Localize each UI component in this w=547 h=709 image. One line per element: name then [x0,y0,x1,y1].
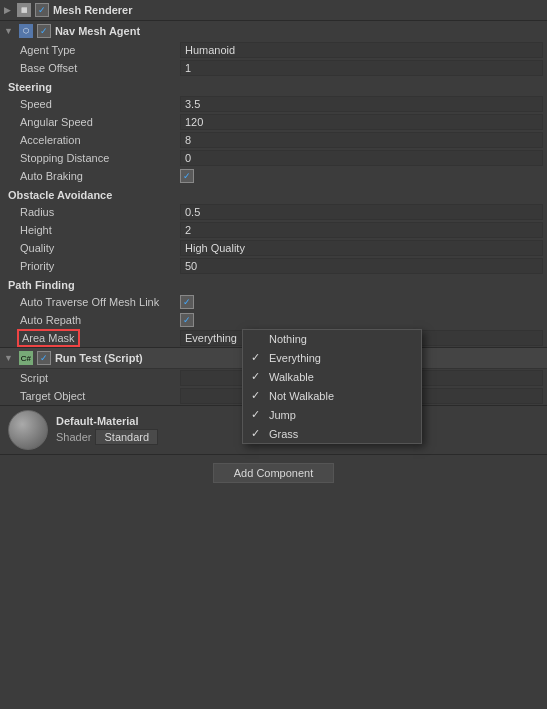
dropdown-item-jump[interactable]: Jump [243,405,421,424]
run-test-script-icon: C# [19,351,33,365]
auto-traverse-row: Auto Traverse Off Mesh Link [0,293,547,311]
auto-repath-checkbox[interactable] [180,313,194,327]
speed-value[interactable]: 3.5 [180,96,543,112]
mesh-renderer-icon: ▦ [17,3,31,17]
height-row: Height 2 [0,221,547,239]
height-label: Height [20,224,180,236]
walkable-checkmark [251,370,263,383]
dropdown-item-everything[interactable]: Everything [243,348,421,367]
base-offset-value[interactable]: 1 [180,60,543,76]
priority-value[interactable]: 50 [180,258,543,274]
priority-row: Priority 50 [0,257,547,275]
agent-type-row: Agent Type Humanoid [0,41,547,59]
everything-checkmark [251,351,263,364]
radius-label: Radius [20,206,180,218]
height-value[interactable]: 2 [180,222,543,238]
dropdown-item-grass[interactable]: Grass [243,424,421,443]
nav-mesh-agent-icon: ⬡ [19,24,33,38]
mesh-renderer-checkbox[interactable] [35,3,49,17]
area-mask-dropdown-menu: Nothing Everything Walkable Not Walkable… [242,329,422,444]
base-offset-row: Base Offset 1 [0,59,547,77]
mesh-renderer-title: Mesh Renderer [53,4,132,16]
radius-value[interactable]: 0.5 [180,204,543,220]
angular-speed-value[interactable]: 120 [180,114,543,130]
auto-repath-row: Auto Repath [0,311,547,329]
priority-label: Priority [20,260,180,272]
target-object-label: Target Object [20,390,180,402]
auto-braking-label: Auto Braking [20,170,180,182]
add-component-section: Add Component [0,455,547,491]
jump-label: Jump [269,409,296,421]
auto-braking-row: Auto Braking [0,167,547,185]
speed-label: Speed [20,98,180,110]
dropdown-item-nothing[interactable]: Nothing [243,330,421,348]
auto-traverse-checkbox[interactable] [180,295,194,309]
area-mask-container: Area Mask Everything Nothing Everything … [0,329,547,347]
walkable-label: Walkable [269,371,314,383]
stopping-distance-label: Stopping Distance [20,152,180,164]
shader-value[interactable]: Standard [95,429,158,445]
shader-label: Shader [56,431,91,443]
stopping-distance-row: Stopping Distance 0 [0,149,547,167]
stopping-distance-value[interactable]: 0 [180,150,543,166]
base-offset-label: Base Offset [20,62,180,74]
dropdown-item-walkable[interactable]: Walkable [243,367,421,386]
acceleration-value[interactable]: 8 [180,132,543,148]
acceleration-label: Acceleration [20,134,180,146]
agent-type-value[interactable]: Humanoid [180,42,543,58]
nav-mesh-agent-header: ▼ ⬡ Nav Mesh Agent [0,21,547,41]
material-preview[interactable] [8,410,48,450]
run-test-checkbox[interactable] [37,351,51,365]
not-walkable-label: Not Walkable [269,390,334,402]
run-test-script-arrow[interactable]: ▼ [4,353,13,363]
not-walkable-checkmark [251,389,263,402]
speed-row: Speed 3.5 [0,95,547,113]
area-mask-label: Area Mask [20,332,180,344]
radius-row: Radius 0.5 [0,203,547,221]
grass-checkmark [251,427,263,440]
jump-checkmark [251,408,263,421]
run-test-title: Run Test (Script) [55,352,143,364]
script-label: Script [20,372,180,384]
area-mask-label-highlight: Area Mask [20,332,77,344]
inspector-panel: ▶ ▦ Mesh Renderer ▼ ⬡ Nav Mesh Agent Age… [0,0,547,491]
agent-type-label: Agent Type [20,44,180,56]
everything-label: Everything [269,352,321,364]
quality-row: Quality High Quality [0,239,547,257]
nav-mesh-agent-arrow[interactable]: ▼ [4,26,13,36]
auto-traverse-label: Auto Traverse Off Mesh Link [20,296,180,308]
quality-label: Quality [20,242,180,254]
angular-speed-label: Angular Speed [20,116,180,128]
acceleration-row: Acceleration 8 [0,131,547,149]
add-component-button[interactable]: Add Component [213,463,335,483]
obstacle-avoidance-header: Obstacle Avoidance [0,185,547,203]
nothing-label: Nothing [269,333,307,345]
angular-speed-row: Angular Speed 120 [0,113,547,131]
auto-repath-label: Auto Repath [20,314,180,326]
mesh-renderer-arrow[interactable]: ▶ [4,5,11,15]
mesh-renderer-header: ▶ ▦ Mesh Renderer [0,0,547,20]
quality-value[interactable]: High Quality [180,240,543,256]
nav-mesh-agent-checkbox[interactable] [37,24,51,38]
nav-mesh-agent-title: Nav Mesh Agent [55,25,140,37]
path-finding-header: Path Finding [0,275,547,293]
grass-label: Grass [269,428,298,440]
steering-section-header: Steering [0,77,547,95]
dropdown-item-not-walkable[interactable]: Not Walkable [243,386,421,405]
auto-braking-checkbox[interactable] [180,169,194,183]
